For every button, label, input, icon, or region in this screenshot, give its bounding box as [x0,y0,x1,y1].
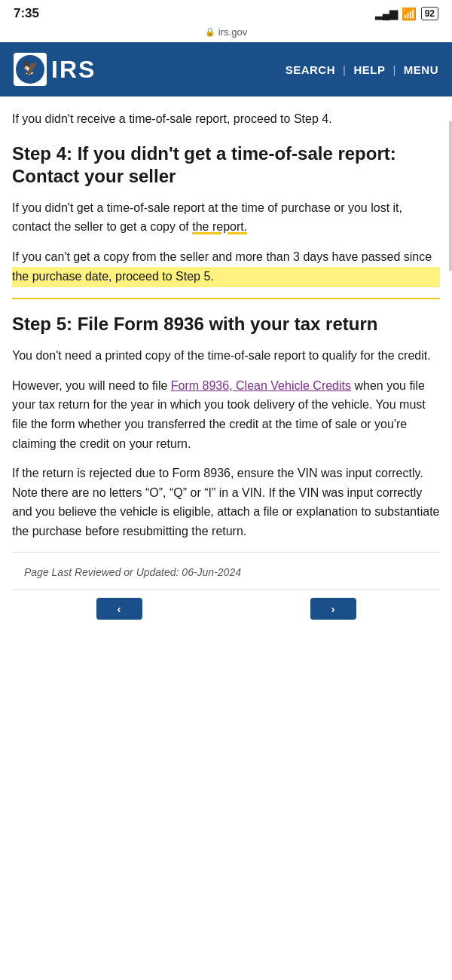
help-nav-item[interactable]: HELP [353,63,385,76]
main-content: If you didn't receive a time-of-sale rep… [0,96,452,638]
status-bar: 7:35 ▂▄▆ 📶 92 [0,0,452,24]
bottom-navigation[interactable]: ‹ › [12,590,440,624]
scrollbar[interactable] [449,121,452,271]
intro-paragraph: If you didn't receive a time-of-sale rep… [12,110,440,129]
section-divider [12,298,440,299]
footer-updated-text: Page Last Reviewed or Updated: 06-Jun-20… [24,565,428,581]
nav-separator-2: | [392,63,396,76]
forward-button[interactable]: › [310,598,356,620]
search-nav-item[interactable]: SEARCH [286,63,335,76]
step5-heading: Step 5: File Form 8936 with your tax ret… [12,313,440,335]
step4-body2: If you can't get a copy from the seller … [12,247,440,287]
menu-nav-item[interactable]: MENU [404,63,438,76]
step4-body1: If you didn't get a time-of-sale report … [12,198,440,237]
battery-indicator: 92 [421,7,438,20]
irs-eagle-logo: 🦅 [14,53,47,86]
signal-icon: ▂▄▆ [375,8,397,20]
step4-body: If you didn't get a time-of-sale report … [12,198,440,287]
step5-body2-before-link: However, you will need to file [12,379,171,392]
step4-body2-text: If you can't get a copy from the seller … [12,250,432,283]
lock-icon: 🔒 [205,27,215,37]
address-bar[interactable]: 🔒 irs.gov [0,24,452,42]
nav-separator-1: | [343,63,346,76]
irs-logo-text: IRS [51,56,96,84]
irs-navigation: SEARCH | HELP | MENU [286,63,438,76]
step4-heading: Step 4: If you didn't get a time-of-sale… [12,142,440,188]
wifi-icon: 📶 [402,7,417,21]
step4-body1-highlighted: the report. [192,220,247,233]
back-button[interactable]: ‹ [96,598,142,620]
form-8936-link[interactable]: Form 8936, Clean Vehicle Credits [171,379,351,392]
svg-text:🦅: 🦅 [22,60,39,76]
page-footer: Page Last Reviewed or Updated: 06-Jun-20… [12,552,440,590]
status-icons: ▂▄▆ 📶 92 [375,7,438,21]
irs-header: 🦅 IRS SEARCH | HELP | MENU [0,42,452,96]
step5-body2: However, you will need to file Form 8936… [12,376,440,453]
status-time: 7:35 [14,6,39,21]
url-text: irs.gov [218,26,247,38]
step5-body3: If the return is rejected due to Form 89… [12,464,440,541]
step5-body1: You don't need a printed copy of the tim… [12,346,440,366]
irs-logo[interactable]: 🦅 IRS [14,53,96,86]
